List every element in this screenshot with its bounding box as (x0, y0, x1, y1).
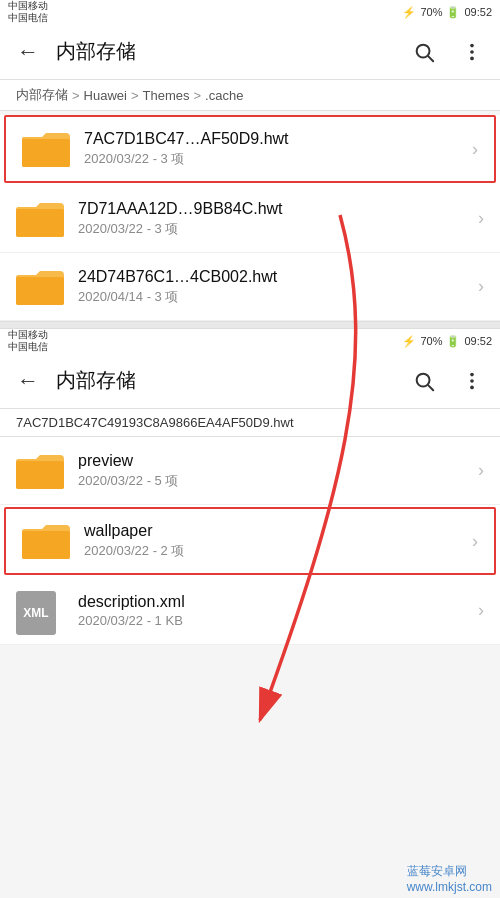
file-info-folder1: 7AC7D1BC47…AF50D9.hwt 2020/03/22 - 3 项 (84, 130, 464, 168)
more-button-2[interactable] (452, 361, 492, 401)
file-info-preview: preview 2020/03/22 - 5 项 (78, 452, 470, 490)
search-button-1[interactable] (404, 32, 444, 72)
svg-rect-7 (22, 139, 70, 167)
status-bar-1: 中国移动 中国电信 ⚡ 70% 🔋 09:52 (0, 0, 500, 24)
more-icon-2 (461, 370, 483, 392)
xml-file-icon: XML (16, 591, 64, 631)
folder-icon-2 (16, 199, 64, 239)
battery-label: 70% (420, 6, 442, 18)
status-bar-2: 中国移动 中国电信 ⚡ 70% 🔋 09:52 (0, 329, 500, 353)
file-item-folder1[interactable]: 7AC7D1BC47…AF50D9.hwt 2020/03/22 - 3 项 › (4, 115, 496, 183)
nav-actions-1 (404, 32, 492, 72)
file-info-xml: description.xml 2020/03/22 - 1 KB (78, 593, 470, 628)
file-name-folder1: 7AC7D1BC47…AF50D9.hwt (84, 130, 464, 148)
breadcrumb-item-3[interactable]: .cache (205, 88, 243, 103)
arrow-icon-preview: › (478, 460, 484, 481)
nav-title-1: 内部存储 (48, 38, 404, 65)
file-item-folder2[interactable]: 7D71AAA12D…9BB84C.hwt 2020/03/22 - 3 项 › (0, 185, 500, 253)
file-meta-xml: 2020/03/22 - 1 KB (78, 613, 470, 628)
panel-divider (0, 321, 500, 329)
file-meta-folder1: 2020/03/22 - 3 项 (84, 150, 464, 168)
folder-icon-wallpaper (22, 521, 70, 561)
svg-rect-11 (16, 277, 64, 305)
file-item-preview[interactable]: preview 2020/03/22 - 5 项 › (0, 437, 500, 505)
nav-bar-1: ← 内部存储 (0, 24, 500, 80)
time-label-1: 09:52 (464, 6, 492, 18)
file-meta-preview: 2020/03/22 - 5 项 (78, 472, 470, 490)
breadcrumb-1: 内部存储 > Huawei > Themes > .cache (0, 80, 500, 111)
svg-point-2 (470, 43, 474, 47)
xml-icon-badge: XML (16, 591, 56, 635)
file-info-folder2: 7D71AAA12D…9BB84C.hwt 2020/03/22 - 3 项 (78, 200, 470, 238)
file-info-folder3: 24D74B76C1…4CB002.hwt 2020/04/14 - 3 项 (78, 268, 470, 306)
carrier-info-1: 中国移动 中国电信 (8, 0, 48, 24)
carrier-info-2: 中国移动 中国电信 (8, 329, 48, 353)
file-name-folder3: 24D74B76C1…4CB002.hwt (78, 268, 470, 286)
svg-point-16 (470, 385, 474, 389)
panel-2: 中国移动 中国电信 ⚡ 70% 🔋 09:52 ← 内部存储 (0, 329, 500, 645)
back-button-2[interactable]: ← (8, 361, 48, 401)
search-button-2[interactable] (404, 361, 444, 401)
breadcrumb-item-2[interactable]: Themes (143, 88, 190, 103)
svg-line-1 (428, 56, 433, 61)
status-right-2: ⚡ 70% 🔋 09:52 (402, 335, 492, 348)
path-bar-2: 7AC7D1BC47C49193C8A9866EA4AF50D9.hwt (0, 409, 500, 437)
folder-icon-3 (16, 267, 64, 307)
more-button-1[interactable] (452, 32, 492, 72)
svg-point-15 (470, 379, 474, 383)
svg-rect-20 (22, 531, 70, 559)
watermark: 蓝莓安卓网www.lmkjst.com (407, 863, 492, 894)
file-list-2: preview 2020/03/22 - 5 项 › wallpaper 202… (0, 437, 500, 645)
more-icon-1 (461, 41, 483, 63)
carrier2-label-2: 中国电信 (8, 341, 48, 353)
arrow-icon-folder2: › (478, 208, 484, 229)
battery-label-2: 70% (420, 335, 442, 347)
breadcrumb-item-0[interactable]: 内部存储 (16, 86, 68, 104)
bluetooth-icon-2: ⚡ (402, 335, 416, 348)
file-meta-wallpaper: 2020/03/22 - 2 项 (84, 542, 464, 560)
carrier1-label: 中国移动 (8, 0, 48, 12)
breadcrumb-item-1[interactable]: Huawei (84, 88, 127, 103)
file-name-folder2: 7D71AAA12D…9BB84C.hwt (78, 200, 470, 218)
file-meta-folder3: 2020/04/14 - 3 项 (78, 288, 470, 306)
svg-line-13 (428, 385, 433, 390)
search-icon-1 (413, 41, 435, 63)
carrier1-label-2: 中国移动 (8, 329, 48, 341)
search-icon-2 (413, 370, 435, 392)
status-right-1: ⚡ 70% 🔋 09:52 (402, 6, 492, 19)
folder-icon-preview (16, 451, 64, 491)
file-item-xml[interactable]: XML description.xml 2020/03/22 - 1 KB › (0, 577, 500, 645)
battery-icon-2: 🔋 (446, 335, 460, 348)
nav-actions-2 (404, 361, 492, 401)
file-info-wallpaper: wallpaper 2020/03/22 - 2 项 (84, 522, 464, 560)
time-label-2: 09:52 (464, 335, 492, 347)
panel-1: 中国移动 中国电信 ⚡ 70% 🔋 09:52 ← 内部存储 (0, 0, 500, 321)
battery-icon: 🔋 (446, 6, 460, 19)
file-list-1: 7AC7D1BC47…AF50D9.hwt 2020/03/22 - 3 项 ›… (0, 115, 500, 321)
svg-point-3 (470, 50, 474, 54)
folder-icon-1 (22, 129, 70, 169)
arrow-icon-folder3: › (478, 276, 484, 297)
back-button-1[interactable]: ← (8, 32, 48, 72)
svg-rect-18 (16, 461, 64, 489)
file-meta-folder2: 2020/03/22 - 3 项 (78, 220, 470, 238)
file-name-preview: preview (78, 452, 470, 470)
file-name-wallpaper: wallpaper (84, 522, 464, 540)
svg-rect-9 (16, 209, 64, 237)
file-name-xml: description.xml (78, 593, 470, 611)
svg-point-14 (470, 372, 474, 376)
file-item-wallpaper[interactable]: wallpaper 2020/03/22 - 2 项 › (4, 507, 496, 575)
bluetooth-icon: ⚡ (402, 6, 416, 19)
nav-bar-2: ← 内部存储 (0, 353, 500, 409)
arrow-icon-xml: › (478, 600, 484, 621)
file-item-folder3[interactable]: 24D74B76C1…4CB002.hwt 2020/04/14 - 3 项 › (0, 253, 500, 321)
svg-point-4 (470, 56, 474, 60)
carrier2-label: 中国电信 (8, 12, 48, 24)
nav-title-2: 内部存储 (48, 367, 404, 394)
arrow-icon-folder1: › (472, 139, 478, 160)
arrow-icon-wallpaper: › (472, 531, 478, 552)
